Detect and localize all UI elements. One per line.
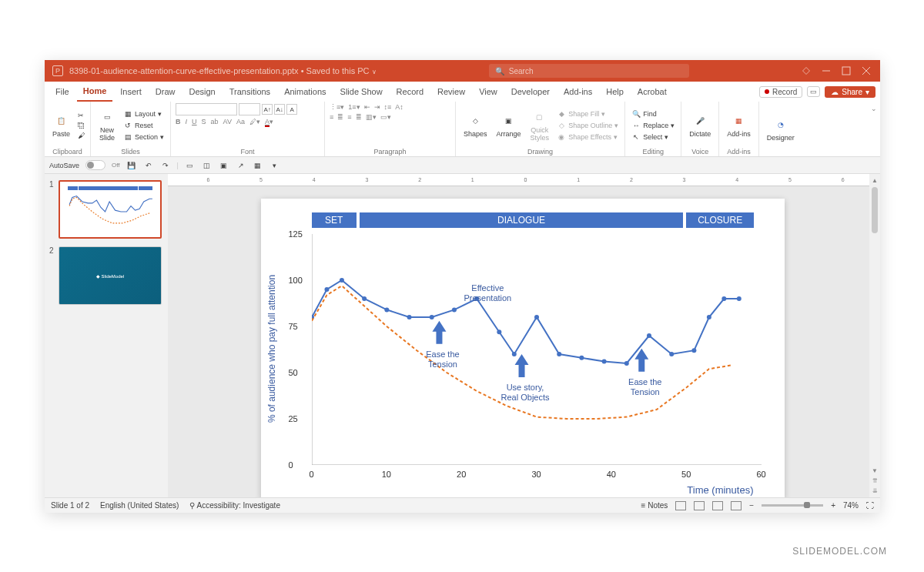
tab-help[interactable]: Help <box>600 82 630 102</box>
slide-counter[interactable]: Slide 1 of 2 <box>51 501 89 510</box>
undo-icon[interactable]: ↶ <box>143 160 154 171</box>
indent-inc-button[interactable]: ⇥ <box>374 103 380 111</box>
smartart-button[interactable]: ▭▾ <box>380 113 391 121</box>
qat-icon-1[interactable]: ▭ <box>185 160 196 171</box>
normal-view-icon[interactable] <box>675 501 686 510</box>
minimize-button[interactable] <box>822 66 831 75</box>
shape-effects-button[interactable]: ◉Shape Effects ▾ <box>555 132 620 142</box>
tab-file[interactable]: File <box>49 82 75 102</box>
tab-slide-show[interactable]: Slide Show <box>334 82 389 102</box>
designer-button[interactable]: ◔Designer <box>764 115 798 143</box>
slide-stage[interactable]: % of audience who pay full attention Tim… <box>168 186 869 497</box>
zoom-level[interactable]: 74% <box>843 501 859 510</box>
text-direction-button[interactable]: A↕ <box>395 103 403 111</box>
tab-developer[interactable]: Developer <box>505 82 556 102</box>
shape-outline-button[interactable]: ◇Shape Outline ▾ <box>555 120 620 131</box>
underline-button[interactable]: U <box>192 118 197 125</box>
highlight-button[interactable]: 🖊▾ <box>249 118 260 125</box>
new-slide-button[interactable]: ▭ New Slide <box>95 107 119 143</box>
dictate-button[interactable]: 🎤Dictate <box>686 111 714 139</box>
tab-insert[interactable]: Insert <box>114 82 148 102</box>
align-right-button[interactable]: ≡ <box>347 113 351 121</box>
increase-font-icon[interactable]: A↑ <box>262 104 273 115</box>
thumbnail-1[interactable] <box>59 180 162 239</box>
collapse-ribbon-icon[interactable]: ▭ <box>807 86 820 97</box>
notes-button[interactable]: ≡ Notes <box>641 501 668 510</box>
qat-icon-4[interactable]: ↗ <box>236 160 246 171</box>
clear-format-icon[interactable]: A <box>286 104 297 115</box>
font-family-select[interactable] <box>176 103 237 115</box>
select-button[interactable]: ↖Select ▾ <box>630 132 676 142</box>
language-status[interactable]: English (United States) <box>100 501 179 510</box>
slide[interactable]: % of audience who pay full attention Tim… <box>261 199 785 497</box>
collapse-arrow-icon[interactable]: ⌄ <box>868 102 880 156</box>
tab-design[interactable]: Design <box>182 82 221 102</box>
tab-animations[interactable]: Animations <box>278 82 332 102</box>
qat-more-icon[interactable]: ▾ <box>270 160 280 171</box>
redo-icon[interactable]: ↷ <box>160 160 171 171</box>
find-button[interactable]: 🔍Find <box>630 109 676 119</box>
addins-button[interactable]: ▦Add-ins <box>724 111 754 139</box>
case-button[interactable]: Aa <box>236 118 245 125</box>
qat-icon-3[interactable]: ▣ <box>219 160 229 171</box>
indent-dec-button[interactable]: ⇤ <box>364 103 370 111</box>
shapes-button[interactable]: ◇Shapes <box>460 111 490 139</box>
font-size-select[interactable] <box>239 103 260 115</box>
tab-add-ins[interactable]: Add-ins <box>557 82 598 102</box>
layout-button[interactable]: ▦Layout ▾ <box>122 109 166 119</box>
slideshow-view-icon[interactable] <box>731 501 742 510</box>
reading-view-icon[interactable] <box>712 501 723 510</box>
thumbnail-2[interactable]: ◆ SlideModel <box>59 246 162 305</box>
search-box[interactable]: 🔍 Search <box>489 64 689 78</box>
shadow-button[interactable]: ab <box>211 118 219 125</box>
reset-button[interactable]: ↺Reset <box>122 120 166 131</box>
tab-draw[interactable]: Draw <box>149 82 182 102</box>
zoom-slider[interactable] <box>762 504 823 507</box>
strike-button[interactable]: S <box>202 118 206 125</box>
format-painter-icon[interactable]: 🖌 <box>76 131 85 140</box>
bold-button[interactable]: B <box>176 118 181 125</box>
line-spacing-button[interactable]: ↕≡ <box>384 103 392 111</box>
qat-icon-5[interactable]: ▦ <box>253 160 263 171</box>
replace-button[interactable]: ↔Replace ▾ <box>630 120 676 131</box>
scroll-down-icon[interactable]: ▼ <box>872 467 878 474</box>
align-left-button[interactable]: ≡ <box>330 113 333 121</box>
prev-slide-icon[interactable]: ⇈ <box>872 477 878 484</box>
tab-home[interactable]: Home <box>77 82 113 102</box>
next-slide-icon[interactable]: ⇊ <box>872 487 878 494</box>
record-button[interactable]: Record <box>759 86 802 98</box>
tab-acrobat[interactable]: Acrobat <box>631 82 673 102</box>
zoom-in-icon[interactable]: + <box>831 501 835 510</box>
sorter-view-icon[interactable] <box>694 501 705 510</box>
scroll-thumb[interactable] <box>872 187 878 233</box>
shape-fill-button[interactable]: ◆Shape Fill ▾ <box>555 109 620 119</box>
maximize-button[interactable] <box>842 66 851 75</box>
tab-review[interactable]: Review <box>431 82 471 102</box>
numbering-button[interactable]: 1≡▾ <box>348 103 360 111</box>
tab-record[interactable]: Record <box>390 82 430 102</box>
tab-view[interactable]: View <box>473 82 504 102</box>
zoom-out-icon[interactable]: − <box>749 501 754 510</box>
justify-button[interactable]: ≣ <box>356 113 362 121</box>
bullets-button[interactable]: ⋮≡▾ <box>330 103 344 111</box>
autosave-toggle[interactable] <box>85 160 105 170</box>
decrease-font-icon[interactable]: A↓ <box>274 104 285 115</box>
spacing-button[interactable]: AV <box>223 118 232 125</box>
account-icon[interactable] <box>802 66 811 75</box>
accessibility-status[interactable]: ⚲ Accessibility: Investigate <box>189 501 280 510</box>
font-color-button[interactable]: A▾ <box>265 118 273 125</box>
scroll-up-icon[interactable]: ▲ <box>872 177 878 184</box>
tab-transitions[interactable]: Transitions <box>223 82 276 102</box>
section-button[interactable]: ▤Section ▾ <box>122 132 166 142</box>
vertical-scrollbar[interactable]: ▲ ▼ ⇈ ⇊ <box>869 174 880 497</box>
cut-icon[interactable]: ✂ <box>76 111 85 120</box>
qat-icon-2[interactable]: ◫ <box>202 160 213 171</box>
copy-icon[interactable]: ⿻ <box>76 121 85 130</box>
share-button[interactable]: ☁ Share ▾ <box>825 86 875 98</box>
paste-button[interactable]: 📋 Paste <box>49 111 73 139</box>
quick-styles-button[interactable]: ▢Quick Styles <box>527 107 553 143</box>
fit-window-icon[interactable]: ⛶ <box>866 501 874 510</box>
close-button[interactable] <box>862 66 871 75</box>
columns-button[interactable]: ▥▾ <box>366 113 377 121</box>
save-icon[interactable]: 💾 <box>126 160 137 171</box>
